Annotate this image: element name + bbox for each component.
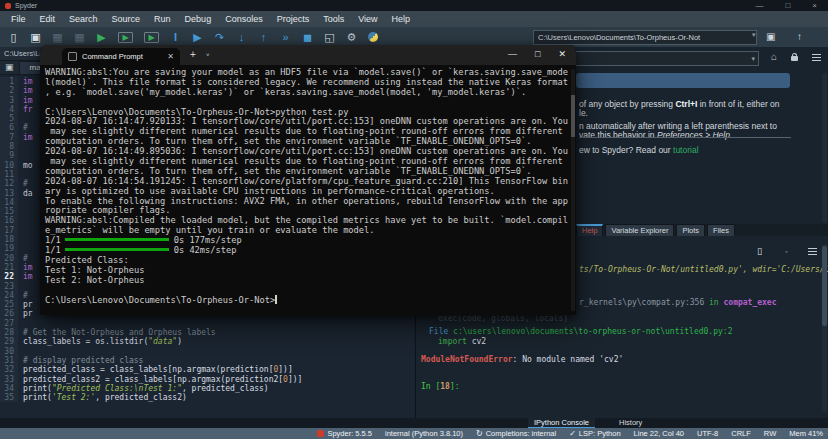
menu-help[interactable]: Help <box>385 11 418 27</box>
line-number: 32 <box>0 365 18 374</box>
run-icon[interactable]: ▶ <box>96 32 107 43</box>
text-segment: im <box>23 272 33 281</box>
menu-projects[interactable]: Projects <box>270 11 317 27</box>
run-cell-icon[interactable]: ▶ <box>118 32 133 43</box>
text-segment: ModuleNotFoundError <box>421 355 513 364</box>
text-segment: In [ <box>421 382 440 391</box>
line-number: 14 <box>0 198 18 207</box>
tab-plots[interactable]: Plots <box>676 224 705 236</box>
stop-icon[interactable]: ◼ <box>302 32 313 43</box>
chevron-down-icon[interactable]: ▾ <box>752 31 756 39</box>
terminal-titlebar[interactable]: Command Prompt ✕ + ˅ —□✕ <box>40 45 576 65</box>
inspect-icon[interactable]: ▯ <box>754 246 765 257</box>
text-segment: exec(code, globals, locals) <box>438 314 568 323</box>
home-icon[interactable]: ⌂ <box>771 52 777 62</box>
code-text: im <box>18 77 33 86</box>
line-number: 10 <box>0 161 18 170</box>
text-segment: pr <box>23 309 33 318</box>
menu-search[interactable]: Search <box>62 11 105 27</box>
run-cell-advance-icon[interactable]: ▶ <box>144 32 159 43</box>
continue-icon[interactable]: » <box>280 32 291 43</box>
window-controls: —□× <box>755 2 823 10</box>
line-number: 12 <box>0 179 18 188</box>
parent-directory-icon[interactable]: ↑ <box>797 31 802 42</box>
preferences-icon[interactable]: ⚙ <box>346 32 357 43</box>
working-directory-combobox[interactable]: C:\Users\Lenovo\Documents\To-Orpheus-Or-… <box>533 30 757 45</box>
line-number: 13 <box>0 189 18 198</box>
browse-tabs-icon[interactable]: ▣ <box>0 61 19 74</box>
menu-consoles[interactable]: Consoles <box>218 11 270 27</box>
tab-files[interactable]: Files <box>707 224 735 236</box>
line-number: 6 <box>0 123 18 132</box>
help-text-fragment: of any object by pressing Ctrl+I in fron… <box>579 99 780 109</box>
lock-icon[interactable] <box>791 56 798 61</box>
step-over-icon[interactable]: ↷ <box>214 32 225 43</box>
menu-run[interactable]: Run <box>147 11 178 27</box>
maximize-button[interactable]: □ <box>785 2 790 10</box>
text-segment: print( <box>23 384 52 393</box>
terminal-tab[interactable]: Command Prompt ✕ <box>62 48 180 65</box>
step-into-icon[interactable]: ↓ <box>236 32 247 43</box>
status-utf-8: UTF-8 <box>697 429 718 438</box>
save-all-icon[interactable]: ▦ <box>74 32 85 43</box>
code-text <box>18 216 23 225</box>
line-number: 29 <box>0 337 18 346</box>
help-scrollbar[interactable] <box>822 73 827 223</box>
line-number: 8 <box>0 142 18 151</box>
line-number: 11 <box>0 170 18 179</box>
line-number: 27 <box>0 319 18 328</box>
text-segment: ])] <box>278 365 292 374</box>
text-segment: 18 <box>440 382 450 391</box>
text-segment: # <box>23 179 28 188</box>
menu-tools[interactable]: Tools <box>316 11 351 27</box>
tab-variable-explorer[interactable]: Variable Explorer <box>605 224 674 236</box>
pane-menu-icon[interactable] <box>812 54 821 61</box>
line-number: 4 <box>0 105 18 114</box>
chevron-down-icon[interactable]: ▾ <box>751 55 755 62</box>
text-segment: im <box>23 77 33 86</box>
text-segment: 'Test 2:' <box>52 393 95 402</box>
console-scrollbar-thumb[interactable] <box>822 246 827 326</box>
minimize-button[interactable]: — <box>755 2 763 10</box>
terminal-line: C:\Users\Lenovo\Documents\To-Orpheus-Or-… <box>45 295 576 305</box>
close-tab-icon[interactable]: ✕ <box>167 52 174 61</box>
terminal-maximize-button[interactable]: □ <box>535 49 540 60</box>
browse-directory-icon[interactable]: ▣ <box>766 31 775 42</box>
menu-file[interactable]: File <box>4 11 33 27</box>
menubar: FileEditSearchSourceRunDebugConsolesProj… <box>0 11 828 27</box>
new-tab-icon[interactable]: + <box>190 50 196 60</box>
maximize-pane-icon[interactable]: ◱ <box>324 32 335 43</box>
new-file-icon[interactable]: ▯ <box>8 32 19 43</box>
close-button[interactable]: × <box>812 2 817 10</box>
tab-dropdown-icon[interactable]: ˅ <box>206 52 210 58</box>
line-number: 28 <box>0 328 18 337</box>
debug-icon[interactable]: ▶ <box>192 32 203 43</box>
step-out-icon[interactable]: ↑ <box>258 32 269 43</box>
menu-debug[interactable]: Debug <box>178 11 219 27</box>
line-number: 19 <box>0 244 18 253</box>
line-number: 24 <box>0 291 18 300</box>
menu-source[interactable]: Source <box>105 11 148 27</box>
tab-help[interactable]: Help <box>576 224 603 236</box>
code-text: # display predicted class <box>18 356 143 365</box>
text-segment: # <box>23 291 28 300</box>
menu-edit[interactable]: Edit <box>33 11 63 27</box>
tab-history[interactable]: History <box>613 418 648 427</box>
terminal-close-button[interactable]: ✕ <box>558 49 566 60</box>
terminal-output[interactable]: WARNING:absl:You are saving your model a… <box>40 65 576 315</box>
save-icon[interactable]: ▦ <box>52 32 63 43</box>
text-segment: Ctrl+I <box>675 99 697 109</box>
menu-view[interactable]: View <box>351 11 384 27</box>
terminal-line: , e.g. `model.save('my_model.keras')` or… <box>45 88 576 98</box>
terminal-minimize-button[interactable]: — <box>508 49 517 60</box>
pane-menu-icon[interactable] <box>808 248 817 255</box>
code-line: 27 <box>0 319 414 328</box>
terminal-scrollbar-thumb[interactable] <box>571 95 575 137</box>
terminal-line: Test 2: Not-Orpheus <box>45 276 576 286</box>
run-selection-icon[interactable]: I <box>170 32 181 43</box>
code-text <box>18 151 23 160</box>
text-segment: File <box>429 327 453 336</box>
text-segment: mo <box>23 161 33 170</box>
open-file-icon[interactable]: ▣ <box>30 32 41 43</box>
python-icon[interactable] <box>368 32 378 42</box>
